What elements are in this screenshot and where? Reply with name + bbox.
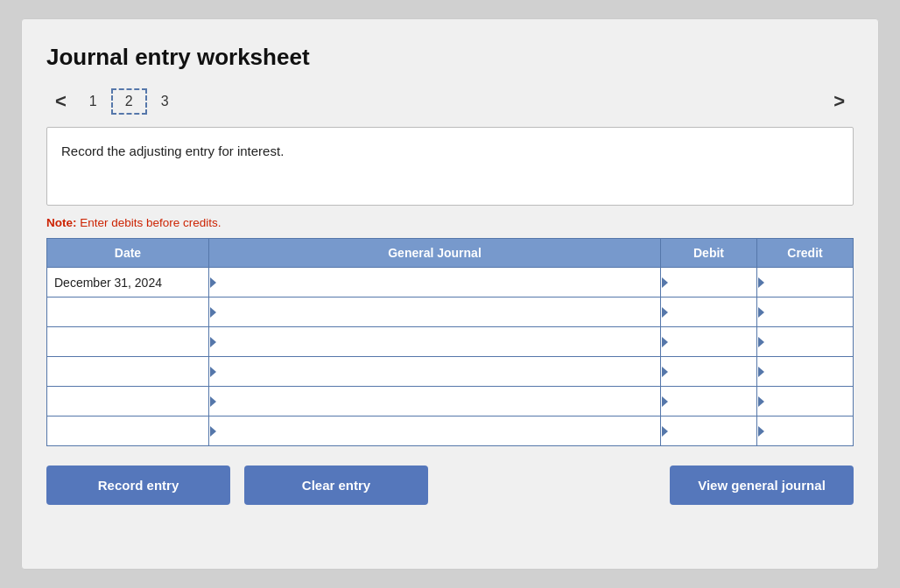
- table-row: [47, 416, 854, 446]
- credit-cell-1[interactable]: [757, 298, 854, 327]
- journal-cell-2[interactable]: [209, 327, 661, 357]
- journal-table: Date General Journal Debit Credit Decemb…: [46, 238, 854, 446]
- credit-input-3[interactable]: [757, 361, 853, 382]
- debit-cell-2[interactable]: [661, 327, 757, 357]
- nav-item-1[interactable]: 1: [75, 90, 111, 113]
- debit-input-4[interactable]: [661, 391, 756, 412]
- triangle-icon: [758, 337, 764, 347]
- credit-cell-3[interactable]: [757, 357, 854, 387]
- credit-input-5[interactable]: [757, 421, 853, 442]
- col-header-debit: Debit: [661, 239, 757, 268]
- credit-cell-5[interactable]: [757, 416, 854, 446]
- triangle-icon: [210, 307, 216, 318]
- debit-input-0[interactable]: [661, 272, 756, 293]
- table-row: [47, 327, 854, 357]
- table-row: [47, 298, 854, 327]
- worksheet-container: Journal entry worksheet < 1 2 3 > Record…: [21, 18, 879, 570]
- date-cell-1: [47, 298, 209, 327]
- journal-input-2[interactable]: [209, 332, 660, 353]
- page-title: Journal entry worksheet: [46, 44, 854, 71]
- nav-row: < 1 2 3 >: [46, 87, 854, 116]
- debit-cell-0[interactable]: [661, 268, 757, 298]
- instruction-box: Record the adjusting entry for interest.: [46, 127, 854, 206]
- credit-input-4[interactable]: [757, 391, 853, 412]
- table-row: [47, 357, 854, 387]
- debit-input-1[interactable]: [661, 302, 756, 323]
- journal-cell-4[interactable]: [209, 387, 661, 416]
- table-header-row: Date General Journal Debit Credit: [47, 239, 854, 268]
- triangle-icon: [662, 307, 668, 318]
- triangle-icon: [662, 367, 668, 377]
- triangle-icon: [662, 277, 668, 288]
- table-row: December 31, 2024: [47, 268, 854, 298]
- credit-input-1[interactable]: [757, 302, 853, 323]
- triangle-icon: [758, 367, 764, 377]
- journal-cell-1[interactable]: [209, 298, 661, 327]
- debit-cell-1[interactable]: [661, 298, 757, 327]
- nav-item-3[interactable]: 3: [147, 90, 183, 113]
- clear-entry-button[interactable]: Clear entry: [244, 466, 428, 505]
- nav-item-2[interactable]: 2: [111, 88, 147, 115]
- date-cell-0: December 31, 2024: [47, 268, 209, 298]
- note-area: Note: Enter debits before credits.: [46, 216, 854, 229]
- credit-cell-0[interactable]: [757, 268, 854, 298]
- date-cell-5: [47, 416, 209, 446]
- note-label: Note:: [46, 216, 77, 229]
- journal-input-3[interactable]: [209, 361, 660, 382]
- credit-input-2[interactable]: [757, 332, 853, 353]
- col-header-date: Date: [47, 239, 209, 268]
- table-row: [47, 387, 854, 416]
- journal-input-5[interactable]: [209, 421, 660, 442]
- triangle-icon: [758, 396, 764, 407]
- debit-cell-4[interactable]: [661, 387, 757, 416]
- journal-cell-3[interactable]: [209, 357, 661, 387]
- journal-input-1[interactable]: [209, 302, 660, 323]
- col-header-credit: Credit: [757, 239, 854, 268]
- journal-cell-5[interactable]: [209, 416, 661, 446]
- journal-input-4[interactable]: [209, 391, 660, 412]
- triangle-icon: [662, 337, 668, 347]
- triangle-icon: [758, 277, 764, 288]
- debit-input-5[interactable]: [661, 421, 756, 442]
- triangle-icon: [758, 307, 764, 318]
- journal-input-0[interactable]: [209, 272, 660, 293]
- debit-input-2[interactable]: [661, 332, 756, 353]
- triangle-icon: [210, 277, 216, 288]
- date-cell-2: [47, 327, 209, 357]
- triangle-icon: [210, 337, 216, 347]
- triangle-icon: [210, 426, 216, 437]
- next-arrow[interactable]: >: [825, 87, 854, 116]
- debit-cell-3[interactable]: [661, 357, 757, 387]
- date-cell-3: [47, 357, 209, 387]
- triangle-icon: [758, 426, 764, 437]
- instruction-text: Record the adjusting entry for interest.: [61, 144, 284, 158]
- record-entry-button[interactable]: Record entry: [46, 466, 230, 505]
- prev-arrow[interactable]: <: [46, 87, 75, 116]
- triangle-icon: [662, 396, 668, 407]
- journal-cell-0[interactable]: [209, 268, 661, 298]
- debit-cell-5[interactable]: [661, 416, 757, 446]
- credit-input-0[interactable]: [757, 272, 853, 293]
- date-cell-4: [47, 387, 209, 416]
- credit-cell-2[interactable]: [757, 327, 854, 357]
- triangle-icon: [210, 396, 216, 407]
- credit-cell-4[interactable]: [757, 387, 854, 416]
- button-row: Record entry Clear entry View general jo…: [46, 466, 854, 505]
- note-text: Enter debits before credits.: [77, 216, 221, 229]
- col-header-journal: General Journal: [209, 239, 661, 268]
- debit-input-3[interactable]: [661, 361, 756, 382]
- triangle-icon: [662, 426, 668, 437]
- triangle-icon: [210, 367, 216, 377]
- view-general-journal-button[interactable]: View general journal: [670, 466, 854, 505]
